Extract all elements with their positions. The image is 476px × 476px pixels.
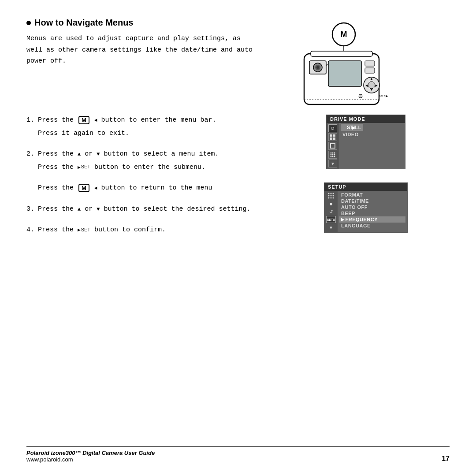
svg-point-34 [332, 156, 334, 157]
drive-mode-icons: D [327, 123, 339, 169]
svg-rect-10 [328, 61, 361, 86]
drive-d-icon: D [328, 124, 337, 132]
setup-clock-icon: ↺ [326, 208, 336, 215]
svg-rect-12 [365, 68, 375, 73]
setup-language: LANGUAGE [339, 223, 405, 229]
footer-website: www.polaroid.com [26, 456, 155, 463]
setup-icons: ■ ↺ SETU ▼ [324, 191, 338, 232]
arrow-down-icon [97, 150, 100, 158]
svg-text:set / ▶: set / ▶ [379, 94, 388, 97]
setup-dots-icon [326, 192, 336, 199]
setup-autooff: AUTO OFF [339, 204, 405, 210]
svg-point-41 [333, 195, 334, 197]
svg-point-9 [316, 66, 319, 69]
setup-items: FORMAT DATE/TIME AUTO OFF BEEP ▶FREQUENC… [338, 191, 407, 232]
step-2-sub: Press the SET button to enter the submen… [38, 162, 291, 173]
svg-text:▲: ▲ [370, 77, 373, 82]
svg-rect-4 [311, 51, 372, 56]
set-label-4: SET [81, 227, 90, 232]
frequency-arrow-icon: ▶ [341, 217, 345, 222]
step-3: 3. Press the or button to select the des… [26, 204, 291, 215]
svg-text:►: ► [375, 84, 378, 88]
arrow-left-return-icon [94, 184, 97, 192]
drive-dots-icon [328, 151, 337, 159]
svg-text:M: M [341, 30, 347, 39]
arrow-up-icon [78, 150, 81, 158]
page: How to Navigate Menus Menus are used to … [0, 0, 476, 476]
setup-menu: SETUP ■ ↺ SETU ▼ [324, 182, 408, 233]
svg-rect-23 [333, 134, 335, 137]
svg-rect-25 [333, 138, 335, 140]
drive-mode-menu: DRIVE MODE D [326, 115, 405, 169]
section-title: How to Navigate Menus [26, 18, 273, 28]
svg-rect-26 [331, 144, 335, 148]
m-button-icon: M [78, 116, 89, 124]
page-number: 17 [442, 455, 450, 463]
setup-frequency: ▶FREQUENCY [339, 216, 405, 223]
drive-mode-header: DRIVE MODE [327, 115, 405, 123]
step-1-sub: Press it again to exit. [38, 128, 291, 139]
brand-name: Polaroid izone300™ Digital Camera User G… [26, 450, 155, 456]
footer-brand: Polaroid izone300™ Digital Camera User G… [26, 450, 155, 456]
step-3-text: Press the or button to select the desire… [38, 204, 251, 215]
bullet-icon [26, 21, 31, 25]
svg-point-30 [331, 154, 332, 156]
svg-point-27 [331, 152, 332, 154]
arrow-down-3-icon [97, 205, 100, 213]
svg-rect-22 [330, 134, 332, 137]
step-4: 4. Press the SET button to confirm. [26, 224, 291, 236]
arrow-up-3-icon [78, 205, 81, 213]
step-1-text: Press the M button to enter the menu bar… [38, 115, 216, 126]
step-return-text: Press the M button to return to the menu [38, 184, 212, 192]
svg-point-29 [334, 152, 335, 154]
svg-point-43 [331, 197, 332, 199]
svg-point-40 [331, 195, 332, 197]
drive-mode-items: ▶ STILL VIDEO [339, 123, 405, 169]
svg-point-42 [328, 197, 330, 199]
svg-point-36 [328, 193, 330, 194]
svg-point-31 [332, 154, 334, 156]
m-button-return-icon: M [78, 184, 89, 192]
drive-down-icon: ▼ [328, 160, 337, 167]
step-1-number: 1. [26, 115, 35, 126]
svg-point-32 [334, 154, 335, 156]
svg-rect-24 [330, 138, 332, 140]
intro-text: Menus are used to adjust capture and pla… [26, 33, 260, 67]
drive-grid-icon [328, 133, 337, 141]
svg-point-39 [328, 195, 330, 197]
steps-list: 1. Press the M button to enter the menu … [26, 115, 291, 245]
step-return: Press the M button to return to the menu [38, 182, 291, 194]
title-text: How to Navigate Menus [34, 18, 133, 28]
step-2: 2. Press the or button to select a menu … [26, 149, 291, 173]
drive-frame-icon [328, 142, 337, 150]
setup-down-icon: ▼ [326, 224, 336, 231]
menus-column: DRIVE MODE D [300, 115, 432, 245]
svg-point-38 [333, 193, 334, 194]
step-4-number: 4. [26, 224, 35, 236]
svg-point-44 [333, 197, 334, 199]
footer: Polaroid izone300™ Digital Camera User G… [26, 446, 450, 463]
setup-square-icon: ■ [326, 200, 336, 207]
setup-format: FORMAT [339, 192, 405, 198]
step-3-number: 3. [26, 204, 35, 215]
drive-arrow-icon: ▶ [352, 125, 356, 130]
svg-text:◄: ◄ [365, 84, 368, 88]
step-2-number: 2. [26, 149, 35, 160]
camera-illustration: M ✦Polaroid [286, 22, 392, 110]
set-arrow-right-4-icon [78, 226, 81, 234]
footer-left: Polaroid izone300™ Digital Camera User G… [26, 450, 155, 463]
arrow-left-icon [94, 116, 97, 124]
setup-beep: BEEP [339, 210, 405, 216]
svg-point-28 [332, 152, 334, 154]
svg-text:▼: ▼ [370, 88, 373, 92]
step-4-text: Press the SET button to confirm. [38, 224, 166, 236]
svg-point-33 [331, 156, 332, 157]
svg-point-37 [331, 193, 332, 194]
drive-video-item: VIDEO [341, 131, 403, 138]
step-1: 1. Press the M button to enter the menu … [26, 115, 291, 139]
svg-point-20 [359, 94, 362, 98]
setup-datetime: DATE/TIME [339, 198, 405, 204]
setup-menu-header: SETUP [324, 183, 407, 191]
svg-point-35 [334, 156, 335, 157]
svg-rect-11 [365, 61, 375, 66]
